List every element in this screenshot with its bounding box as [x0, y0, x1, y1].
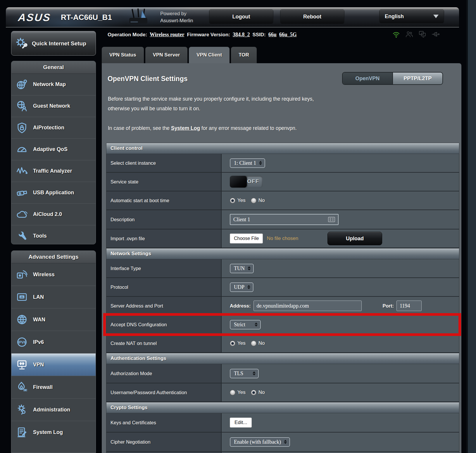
- port-label: Port:: [383, 303, 394, 309]
- select-arrows-icon: [284, 440, 287, 444]
- asus-logo: ASUS: [18, 11, 51, 24]
- row-protocol: Protocol UDP: [106, 278, 459, 297]
- aicloud-icon: [16, 208, 28, 221]
- accept-dns-select[interactable]: Strict: [230, 320, 261, 330]
- sidebar-item-ipv6[interactable]: IPV6 IPv6: [11, 331, 96, 353]
- autostart-no-radio[interactable]: [251, 198, 256, 203]
- row-service-state: Service state OFF: [106, 173, 459, 191]
- sidebar-item-system-log[interactable]: System Log: [11, 421, 96, 443]
- sidebar-item-adaptive-qos[interactable]: Adaptive QoS: [11, 138, 96, 160]
- row-label: Accept DNS Configuration: [106, 315, 222, 334]
- description-value: Client 1: [233, 217, 250, 223]
- powered-by-line: Powered by: [160, 10, 193, 17]
- sidebar-item-label: Traffic Analyzer: [33, 168, 72, 174]
- nat-no-radio[interactable]: [251, 341, 256, 346]
- wifi-status-icon[interactable]: [392, 30, 401, 39]
- select-arrows-icon: [248, 266, 251, 270]
- sidebar-advanced-section: Advanced Settings Wireless LAN: [11, 250, 96, 453]
- firmware-link[interactable]: 384.8_2: [233, 32, 250, 38]
- description-input[interactable]: Client 1: [230, 214, 339, 225]
- row-partial-cutoff: [106, 452, 459, 453]
- select-arrows-icon: [255, 322, 258, 327]
- operation-mode-link[interactable]: Wireless router: [150, 32, 184, 38]
- edit-keys-button[interactable]: Edit...: [230, 418, 252, 428]
- devices-icon[interactable]: [418, 30, 427, 39]
- ssid-24-link[interactable]: 66u: [268, 32, 277, 38]
- tab-vpn-server[interactable]: VPN Server: [145, 47, 188, 63]
- sidebar-item-firewall[interactable]: Firewall: [11, 376, 96, 398]
- usb-application-icon: [16, 187, 28, 199]
- chevron-down-icon: [433, 15, 439, 18]
- no-file-chosen-text: No file chosen: [267, 236, 298, 241]
- sidebar-item-quick-internet-setup[interactable]: Quick Internet Setup: [11, 31, 96, 56]
- quick-setup-gear-icon: [15, 37, 28, 50]
- sidebar-item-traffic-analyzer[interactable]: Traffic Analyzer: [11, 160, 96, 182]
- tools-wrench-icon: [16, 230, 28, 242]
- sidebar-item-tools[interactable]: Tools: [11, 225, 96, 244]
- tab-vpn-client[interactable]: VPN Client: [189, 47, 230, 63]
- row-description: Description Client 1: [106, 210, 459, 229]
- quick-setup-label: Quick Internet Setup: [32, 40, 86, 47]
- choose-file-button[interactable]: Choose File: [230, 234, 263, 243]
- authorization-mode-select[interactable]: TLS: [230, 369, 259, 378]
- system-log-link[interactable]: System Log: [171, 125, 200, 131]
- sidebar-item-aicloud[interactable]: AiCloud 2.0: [11, 203, 96, 225]
- sidebar-item-vpn[interactable]: VPN: [11, 353, 96, 376]
- pptp-l2tp-toggle-button[interactable]: PPTP/L2TP: [392, 73, 443, 84]
- server-port-input[interactable]: 1194: [396, 301, 422, 311]
- autostart-yes-label: Yes: [237, 198, 246, 203]
- note-suffix: for any error message related to openvpn…: [200, 125, 297, 131]
- openvpn-toggle-button[interactable]: OpenVPN: [343, 73, 392, 84]
- network-map-icon: [16, 78, 28, 91]
- server-address-value: de.vpnunlimitedapp.com: [257, 303, 309, 309]
- sidebar-item-aiprotection[interactable]: AiProtection: [11, 117, 96, 138]
- row-label: Import .ovpn file: [106, 229, 222, 248]
- row-label: Protocol: [106, 278, 222, 296]
- sidebar-item-guest-network[interactable]: Guest Network: [11, 95, 96, 117]
- userpass-no-label: No: [258, 389, 265, 395]
- userpass-no-radio[interactable]: [251, 390, 256, 395]
- autostart-yes-radio[interactable]: [230, 198, 235, 203]
- row-accept-dns-configuration: Accept DNS Configuration Strict: [106, 315, 459, 334]
- ssid-5g-link[interactable]: 66u_5G: [279, 32, 297, 38]
- toggle-off-label: OFF: [247, 178, 259, 185]
- tab-vpn-status[interactable]: VPN Status: [102, 47, 144, 63]
- protocol-select[interactable]: UDP: [230, 282, 253, 292]
- intro-line1: Before starting the service make sure yo…: [108, 96, 314, 102]
- select-arrows-icon: [247, 285, 250, 289]
- upload-button[interactable]: Upload: [327, 232, 382, 245]
- clients-icon[interactable]: [405, 30, 414, 39]
- reboot-button[interactable]: Reboot: [280, 9, 344, 24]
- tab-tor[interactable]: TOR: [231, 47, 257, 63]
- row-cipher-negotiation: Cipher Negotiation Enable (with fallback…: [106, 433, 459, 452]
- row-label: Server Address and Port: [106, 297, 222, 315]
- section-header-network-settings: Network Settings: [106, 248, 459, 259]
- sidebar-item-usb-application[interactable]: USB Application: [11, 182, 96, 203]
- intro-text: Before starting the service make sure yo…: [108, 94, 377, 114]
- adaptive-qos-gauge-icon: [16, 143, 28, 156]
- userpass-yes-radio[interactable]: [230, 390, 235, 395]
- sidebar-item-network-map[interactable]: Network Map: [11, 74, 96, 95]
- note-prefix: In case of problem, see the: [108, 125, 171, 131]
- sidebar-item-administration[interactable]: Administration: [11, 398, 96, 421]
- sidebar-item-lan[interactable]: LAN: [11, 286, 96, 308]
- logout-button[interactable]: Logout: [209, 9, 273, 24]
- client-instance-select[interactable]: 1: Client 1: [230, 158, 265, 168]
- firewall-flame-icon: [16, 381, 28, 393]
- nat-yes-radio[interactable]: [230, 341, 235, 346]
- interface-type-select[interactable]: TUN: [230, 264, 254, 273]
- router-image: [125, 8, 156, 26]
- sidebar-item-label: AiProtection: [33, 125, 64, 131]
- userpass-yes-label: Yes: [237, 389, 246, 395]
- sidebar-item-wan[interactable]: WAN: [11, 308, 96, 331]
- language-dropdown[interactable]: English: [379, 9, 444, 23]
- sidebar-item-label: Adaptive QoS: [33, 146, 68, 152]
- server-address-input[interactable]: de.vpnunlimitedapp.com: [253, 301, 362, 311]
- sidebar-item-wireless[interactable]: Wireless: [11, 263, 96, 286]
- usb-icon[interactable]: [431, 30, 440, 39]
- cipher-negotiation-select[interactable]: Enable (with fallback): [230, 437, 290, 447]
- section-header-authentication: Authentication Settings: [106, 353, 459, 364]
- row-automatic-start: Automatic start at boot time Yes No: [106, 191, 459, 210]
- service-state-toggle[interactable]: OFF: [230, 176, 263, 188]
- row-label: Service state: [106, 173, 222, 191]
